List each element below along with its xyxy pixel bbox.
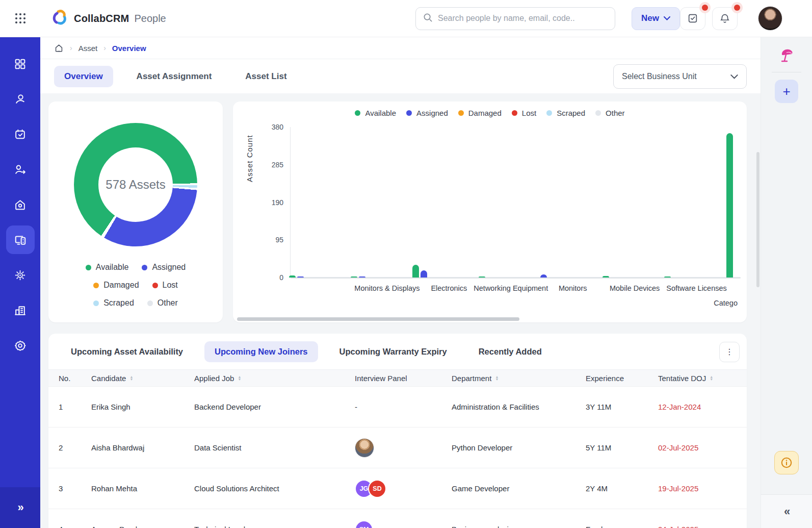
column-header-department: Department▲▼ — [452, 374, 586, 383]
sidebar-item-organization-icon[interactable] — [6, 296, 35, 324]
column-header-candidate: Candidate▲▼ — [91, 374, 194, 383]
legend-label: Available — [96, 263, 129, 272]
table-tab-recently-added[interactable]: Recently Added — [468, 341, 552, 362]
legend-item: Damaged — [458, 109, 502, 117]
bar-available[interactable] — [412, 265, 419, 278]
donut-chart[interactable]: 578 Assets — [74, 123, 197, 246]
tab-overview[interactable]: Overview — [54, 66, 113, 87]
panelist-photo-avatar[interactable] — [355, 438, 374, 458]
table-row[interactable]: 4Ananya PandyaTechnical LeadSMBusiness a… — [48, 509, 747, 528]
breadcrumb-asset[interactable]: Asset — [78, 44, 98, 53]
legend-label: Damaged — [468, 109, 502, 117]
bar-available[interactable] — [726, 133, 733, 278]
legend-dot — [512, 110, 517, 116]
umbrella-icon[interactable] — [778, 47, 795, 65]
y-tick-label: 0 — [279, 273, 283, 282]
page-vertical-scrollbar[interactable] — [756, 152, 759, 287]
cell-department: Game Developer — [452, 484, 586, 493]
cell-no: 4 — [59, 525, 91, 528]
legend-dot — [152, 283, 158, 288]
main-content: › Asset › Overview OverviewAsset Assignm… — [40, 37, 761, 528]
new-button[interactable]: New — [632, 7, 680, 30]
panelist-avatars: SM — [355, 520, 452, 528]
table-body: 1Erika SinghBackend Developer-Administra… — [48, 387, 747, 528]
legend-item: Available — [355, 109, 396, 117]
bar-available[interactable] — [664, 276, 671, 278]
bar-available[interactable] — [603, 276, 609, 278]
bar-available[interactable] — [479, 276, 485, 278]
info-button[interactable] — [774, 451, 799, 474]
cell-tentative-doj: 02-Jul-2025 — [658, 443, 747, 452]
sidebar-item-user-flow-icon[interactable] — [6, 155, 35, 184]
table-tab-upcoming-warranty-expiry[interactable]: Upcoming Warranty Expiry — [329, 341, 457, 362]
tasks-button[interactable] — [680, 7, 705, 30]
legend-dot — [147, 300, 153, 306]
column-header-label: Tentative DOJ — [658, 374, 706, 383]
sidebar-item-devices-icon[interactable] — [6, 225, 35, 254]
bar-assigned[interactable] — [297, 276, 304, 278]
home-icon[interactable] — [54, 43, 64, 53]
table-tab-upcoming-new-joiners[interactable]: Upcoming New Joiners — [204, 341, 318, 362]
sort-icon[interactable]: ▲▼ — [129, 375, 133, 381]
column-header-label: Interview Panel — [355, 374, 407, 383]
legend-item: Available — [86, 263, 129, 272]
panelist-avatars: JGSD — [355, 480, 452, 498]
sort-icon[interactable]: ▲▼ — [710, 375, 713, 381]
bar-assigned[interactable] — [540, 274, 547, 278]
legend-dot — [458, 110, 464, 116]
table-row[interactable]: 2Aisha BhardwajData ScientistPython Deve… — [48, 428, 747, 468]
add-widget-button[interactable]: + — [775, 80, 798, 103]
legend-label: Other — [158, 298, 178, 308]
chevrons-left-icon: « — [784, 505, 789, 518]
cell-applied-job: Data Scientist — [194, 443, 355, 452]
sort-icon[interactable]: ▲▼ — [495, 375, 499, 381]
global-search[interactable] — [415, 7, 615, 30]
sidebar-item-idea-icon[interactable] — [6, 261, 35, 289]
column-header-label: Experience — [586, 374, 624, 383]
legend-item: Damaged — [93, 281, 139, 290]
legend-item: Other — [595, 109, 625, 117]
donut-legend: AvailableAssignedDamagedLostScrapedOther — [48, 263, 223, 308]
bar-available[interactable] — [289, 275, 296, 278]
x-category-label: Monitors & Displays — [354, 284, 420, 292]
chart-horizontal-scrollbar[interactable] — [237, 317, 519, 321]
legend-item: Lost — [152, 281, 178, 290]
bar-assigned[interactable] — [421, 270, 427, 278]
panelist-initials-avatar[interactable]: SM — [355, 520, 373, 528]
table-row[interactable]: 1Erika SinghBackend Developer-Administra… — [48, 387, 747, 428]
legend-dot — [93, 283, 99, 288]
bar-assigned[interactable] — [359, 276, 365, 278]
sidebar-expand-button[interactable]: » — [0, 487, 40, 528]
divider — [772, 72, 801, 72]
cell-tentative-doj: 19-Jul-2025 — [658, 484, 747, 493]
table-row[interactable]: 3Rohan MehtaCloud Solutions ArchitectJGS… — [48, 468, 747, 509]
x-category-label: Networking Equipment — [474, 284, 548, 292]
table-tab-upcoming-asset-availability[interactable]: Upcoming Asset Availability — [61, 341, 193, 362]
donut-total-label: 578 Assets — [106, 178, 165, 192]
sidebar-item-home-cam-icon[interactable] — [6, 190, 35, 219]
sidebar-item-calendar-check-icon[interactable] — [6, 120, 35, 148]
search-input[interactable] — [438, 14, 608, 23]
panelist-initials-avatar[interactable]: SD — [368, 480, 386, 498]
cell-department: Python Developer — [452, 443, 586, 452]
business-unit-select[interactable]: Select Business Unit — [613, 64, 747, 89]
bar-plot-area[interactable]: Catego 380285190950Monitors & DisplaysEl… — [290, 127, 738, 278]
cell-experience: 3Y 11M — [586, 403, 658, 411]
tab-asset-assignment[interactable]: Asset Assignment — [126, 66, 222, 87]
brand-logo-icon — [51, 9, 69, 28]
sidebar-item-people-icon[interactable] — [6, 85, 35, 113]
tab-asset-list[interactable]: Asset List — [235, 66, 297, 87]
notifications-button[interactable] — [712, 7, 738, 30]
app-grid-icon[interactable] — [10, 8, 31, 29]
bar-available[interactable] — [351, 276, 357, 278]
sidebar-item-settings-icon[interactable] — [6, 331, 35, 360]
x-category-label: Mobile Devices — [610, 284, 660, 292]
user-avatar[interactable] — [758, 6, 782, 31]
legend-item: Lost — [512, 109, 536, 117]
asset-count-bar-card: AvailableAssignedDamagedLostScrapedOther… — [233, 102, 747, 322]
legend-dot — [142, 265, 147, 270]
kebab-menu-button[interactable]: ⋮ — [719, 342, 740, 362]
sort-icon[interactable]: ▲▼ — [238, 375, 241, 381]
collapse-panel-button[interactable]: « — [761, 494, 812, 528]
sidebar-item-dashboard-icon[interactable] — [6, 49, 35, 78]
